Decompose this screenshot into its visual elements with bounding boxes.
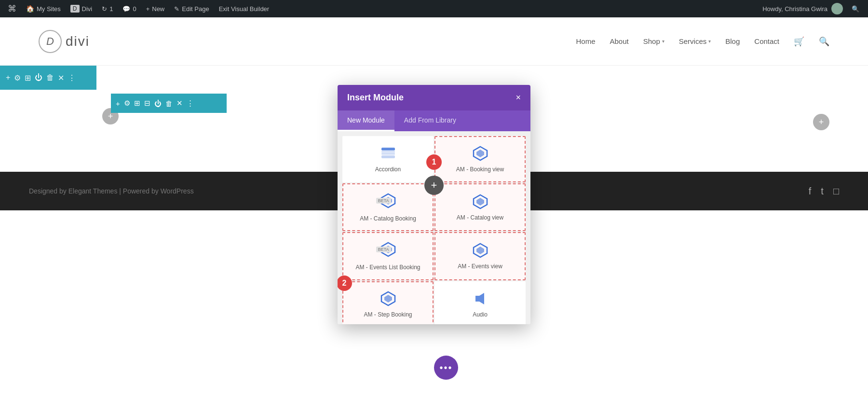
add-module-plus-button[interactable]: + [424,176,444,195]
fab-button[interactable]: ••• [434,356,458,380]
col-add-icon[interactable]: + [116,99,120,108]
row-delete-icon[interactable]: 🗑 [46,73,54,82]
col-delete-icon[interactable]: 🗑 [165,99,173,108]
module-audio[interactable]: Audio [434,281,526,324]
svg-rect-1 [381,151,395,152]
add-right-button[interactable]: + [813,114,829,130]
nav-services[interactable]: Services ▾ [679,37,711,45]
row-toolbar: + ⚙ ⊞ ⏻ 🗑 ✕ ⋮ [0,66,96,90]
svg-marker-15 [384,295,392,303]
col-toolbar: + ⚙ ⊞ ⊟ ⏻ 🗑 ✕ ⋮ [111,94,227,113]
site-logo: D divi [39,30,90,53]
admin-bar: ⌘ 🏠 My Sites D Divi ↻ 1 💬 0 + New ✎ Edit… [0,0,868,17]
step1-badge: 1 [426,154,442,170]
edit-page-menu[interactable]: ✎ Edit Page [170,0,213,17]
am-booking-view-icon [472,145,489,162]
instagram-icon[interactable]: □ [833,186,839,197]
logo-text: divi [66,34,90,49]
col-more-icon[interactable]: ⋮ [187,99,194,108]
modal-close-button[interactable]: × [515,93,521,103]
tab-new-module[interactable]: New Module [338,110,394,131]
am-catalog-view-icon [472,193,489,210]
insert-module-modal: Insert Module × New Module Add From Libr… [338,85,530,324]
col-settings-icon[interactable]: ⚙ [124,99,130,108]
row-more-icon[interactable]: ⋮ [68,73,76,83]
my-sites-menu[interactable]: 🏠 My Sites [22,0,65,17]
svg-marker-9 [476,198,484,206]
divi-menu[interactable]: D Divi [67,0,96,17]
svg-marker-16 [475,293,484,304]
svg-rect-0 [381,148,395,151]
row-duplicate-icon[interactable]: ⊞ [25,73,31,83]
nav-blog[interactable]: Blog [725,37,740,45]
nav-shop[interactable]: Shop ▾ [643,37,665,45]
row-close-icon[interactable]: ✕ [58,73,64,83]
nav-contact[interactable]: Contact [754,37,779,45]
cart-icon[interactable]: 🛒 [794,36,804,47]
col-cols-icon[interactable]: ⊟ [144,99,150,108]
audio-label: Audio [473,311,488,319]
search-icon[interactable]: 🔍 [819,36,829,47]
footer-credit: Designed by Elegant Themes | Powered by … [29,187,194,195]
am-events-view-label: AM - Events view [458,263,502,271]
comments-menu[interactable]: 💬 0 [119,0,140,17]
col-disable-icon[interactable]: ⏻ [154,99,162,108]
nav-home[interactable]: Home [576,37,595,45]
audio-icon [472,290,489,307]
footer-socials: f t □ [809,186,839,197]
logo-circle: D [39,30,62,53]
admin-search-icon[interactable]: 🔍 [847,5,864,13]
new-menu[interactable]: + New [142,0,169,17]
module-am-events-view[interactable]: AM - Events view [434,232,526,280]
fab-area: ••• [422,365,446,389]
admin-bar-right: Howdy, Christina Gwira 🔍 [762,3,864,14]
page-area: D divi Home About Shop ▾ Services ▾ Blog [0,17,868,399]
module-am-catalog-view[interactable]: AM - Catalog view [434,183,526,232]
svg-rect-3 [381,155,395,158]
col-layout-icon[interactable]: ⊞ [134,99,140,108]
shop-chevron-icon: ▾ [662,39,665,44]
accordion-icon [380,145,397,162]
beta-badge-events-list: BETA [376,247,391,252]
col-close-icon[interactable]: ✕ [176,99,183,108]
row-add-icon[interactable]: + [6,73,10,82]
svg-marker-13 [476,247,484,254]
site-header: D divi Home About Shop ▾ Services ▾ Blog [0,17,868,66]
module-accordion[interactable]: Accordion [342,136,434,182]
modal-tabs: New Module Add From Library [338,110,530,131]
module-am-events-list-booking[interactable]: BETA AM - Events List Booking [342,232,434,280]
add-module-button-area: 1 + [424,176,444,195]
exit-builder-menu[interactable]: Exit Visual Builder [215,0,273,17]
module-am-catalog-booking[interactable]: BETA AM - Catalog Booking [342,183,434,232]
twitter-icon[interactable]: t [821,186,824,197]
beta-badge-catalog-booking: BETA [376,198,391,204]
am-step-booking-icon [380,290,397,307]
row-settings-icon[interactable]: ⚙ [14,73,21,83]
svg-marker-5 [476,150,484,157]
nav-about[interactable]: About [610,37,628,45]
am-events-view-icon [472,242,489,259]
updates-menu[interactable]: ↻ 1 [98,0,117,17]
module-am-step-booking[interactable]: 2 AM - Step Booking [342,281,434,324]
am-step-booking-label: AM - Step Booking [364,311,412,319]
wp-logo[interactable]: ⌘ [4,0,20,17]
site-nav: Home About Shop ▾ Services ▾ Blog Contac… [576,36,829,47]
am-booking-view-label: AM - Booking view [456,166,504,174]
step2-badge: 2 [338,275,352,291]
am-catalog-booking-label: AM - Catalog Booking [360,215,416,223]
module-am-booking-view[interactable]: AM - Booking view [434,136,526,182]
row-disable-icon[interactable]: ⏻ [35,73,42,82]
modal-title: Insert Module [347,93,404,103]
svg-rect-2 [381,153,395,154]
tab-add-from-library[interactable]: Add From Library [394,110,466,131]
services-chevron-icon: ▾ [708,39,711,44]
accordion-label: Accordion [375,166,401,174]
facebook-icon[interactable]: f [809,186,812,197]
am-catalog-view-label: AM - Catalog view [457,214,503,222]
am-events-list-booking-label: AM - Events List Booking [355,264,420,272]
modal-header: Insert Module × [338,85,530,110]
user-avatar[interactable] [831,3,843,14]
